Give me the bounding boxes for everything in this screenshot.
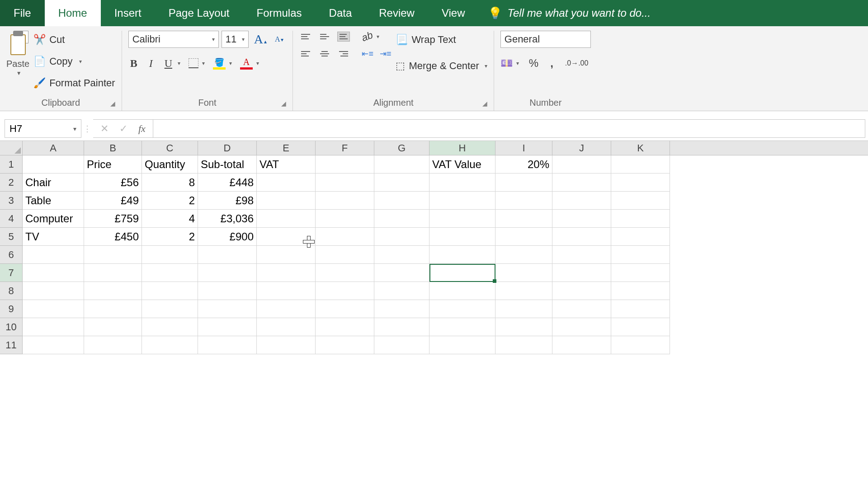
cell-B11[interactable]: [84, 336, 142, 354]
dialog-launcher-icon[interactable]: ◢: [482, 100, 487, 107]
align-center-button[interactable]: [318, 49, 331, 59]
col-header-F[interactable]: F: [316, 141, 374, 155]
decrease-font-button[interactable]: A▾: [272, 35, 287, 43]
cell-A7[interactable]: [23, 264, 84, 282]
cell-K2[interactable]: [611, 174, 670, 192]
cell-I6[interactable]: [495, 246, 552, 264]
row-header-6[interactable]: 6: [0, 246, 23, 264]
cell-F10[interactable]: [316, 318, 374, 336]
tab-review[interactable]: Review: [365, 0, 428, 26]
cell-D11[interactable]: [198, 336, 257, 354]
font-name-combo[interactable]: Calibri ▾: [128, 31, 219, 48]
tell-me-search[interactable]: 💡 Tell me what you want to do...: [479, 0, 651, 26]
tab-formulas[interactable]: Formulas: [243, 0, 316, 26]
increase-decimal-button[interactable]: .0→.00: [563, 59, 590, 67]
col-header-D[interactable]: D: [198, 141, 257, 155]
cell-A9[interactable]: [23, 300, 84, 318]
cell-C10[interactable]: [142, 318, 198, 336]
cell-I5[interactable]: [495, 228, 552, 246]
cell-J7[interactable]: [552, 264, 611, 282]
cell-K3[interactable]: [611, 192, 670, 210]
align-top-button[interactable]: [299, 32, 312, 42]
cell-E4[interactable]: [257, 210, 316, 228]
cell-D10[interactable]: [198, 318, 257, 336]
row-header-9[interactable]: 9: [0, 300, 23, 318]
align-bottom-button[interactable]: [337, 32, 350, 42]
row-header-7[interactable]: 7: [0, 264, 23, 282]
cell-D9[interactable]: [198, 300, 257, 318]
cell-J10[interactable]: [552, 318, 611, 336]
paste-button[interactable]: Paste ▼: [6, 31, 29, 76]
cell-C5[interactable]: 2: [142, 228, 198, 246]
cell-I3[interactable]: [495, 192, 552, 210]
cell-A11[interactable]: [23, 336, 84, 354]
cell-E6[interactable]: [257, 246, 316, 264]
cell-F11[interactable]: [316, 336, 374, 354]
cell-C2[interactable]: 8: [142, 174, 198, 192]
row-header-5[interactable]: 5: [0, 228, 23, 246]
fill-color-button[interactable]: 🪣 ▾: [213, 57, 232, 70]
cell-G6[interactable]: [374, 246, 429, 264]
cell-K1[interactable]: [611, 155, 670, 174]
cell-G8[interactable]: [374, 282, 429, 300]
cell-F7[interactable]: [316, 264, 374, 282]
accounting-format-button[interactable]: 💷 ▾: [500, 57, 519, 69]
underline-button[interactable]: U ▾: [163, 57, 180, 70]
cell-K10[interactable]: [611, 318, 670, 336]
cell-I7[interactable]: [495, 264, 552, 282]
cell-K6[interactable]: [611, 246, 670, 264]
insert-function-button[interactable]: fx: [138, 123, 146, 135]
cell-G11[interactable]: [374, 336, 429, 354]
cell-G10[interactable]: [374, 318, 429, 336]
cell-H3[interactable]: [429, 192, 495, 210]
font-color-button[interactable]: A ▾: [240, 57, 259, 70]
align-left-button[interactable]: [299, 49, 312, 59]
cell-J4[interactable]: [552, 210, 611, 228]
row-header-2[interactable]: 2: [0, 174, 23, 192]
cell-I4[interactable]: [495, 210, 552, 228]
col-header-I[interactable]: I: [495, 141, 552, 155]
cell-A5[interactable]: TV: [23, 228, 84, 246]
cell-B9[interactable]: [84, 300, 142, 318]
cell-H2[interactable]: [429, 174, 495, 192]
cell-K9[interactable]: [611, 300, 670, 318]
cell-F9[interactable]: [316, 300, 374, 318]
wrap-text-button[interactable]: 📃 Wrap Text: [396, 31, 487, 49]
align-middle-button[interactable]: [318, 32, 331, 42]
cell-F1[interactable]: [316, 155, 374, 174]
cell-H6[interactable]: [429, 246, 495, 264]
percent-button[interactable]: %: [527, 57, 540, 70]
tab-home[interactable]: Home: [45, 0, 101, 26]
cell-K8[interactable]: [611, 282, 670, 300]
cell-I10[interactable]: [495, 318, 552, 336]
col-header-B[interactable]: B: [84, 141, 142, 155]
enter-formula-button[interactable]: ✓: [119, 123, 127, 135]
cell-H8[interactable]: [429, 282, 495, 300]
copy-button[interactable]: 📄 Copy ▾: [34, 52, 115, 70]
cell-H10[interactable]: [429, 318, 495, 336]
merge-center-button[interactable]: ⬚ Merge & Center ▾: [396, 57, 487, 75]
dialog-launcher-icon[interactable]: ◢: [281, 100, 286, 107]
cell-B5[interactable]: £450: [84, 228, 142, 246]
cell-B6[interactable]: [84, 246, 142, 264]
cell-E11[interactable]: [257, 336, 316, 354]
col-header-G[interactable]: G: [374, 141, 429, 155]
cell-J2[interactable]: [552, 174, 611, 192]
cut-button[interactable]: ✂️ Cut: [34, 31, 115, 49]
cell-D5[interactable]: £900: [198, 228, 257, 246]
cell-grid[interactable]: Price Quantity Sub-total VAT VAT Value 2…: [23, 155, 670, 354]
cell-A10[interactable]: [23, 318, 84, 336]
col-header-A[interactable]: A: [23, 141, 84, 155]
cell-D2[interactable]: £448: [198, 174, 257, 192]
row-header-8[interactable]: 8: [0, 282, 23, 300]
tab-view[interactable]: View: [428, 0, 479, 26]
cell-B8[interactable]: [84, 282, 142, 300]
cell-C4[interactable]: 4: [142, 210, 198, 228]
row-header-10[interactable]: 10: [0, 318, 23, 336]
cell-C11[interactable]: [142, 336, 198, 354]
cell-B10[interactable]: [84, 318, 142, 336]
cell-B7[interactable]: [84, 264, 142, 282]
cell-D3[interactable]: £98: [198, 192, 257, 210]
borders-button[interactable]: ▾: [189, 58, 205, 68]
cell-F2[interactable]: [316, 174, 374, 192]
